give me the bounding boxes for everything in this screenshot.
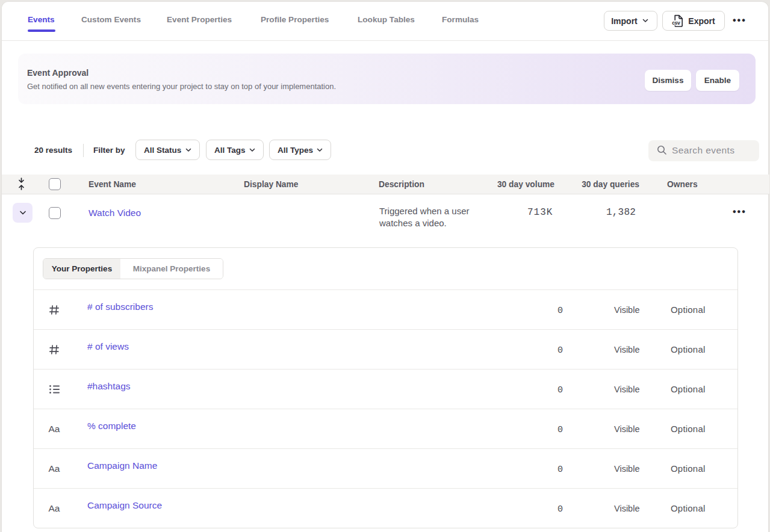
svg-text:csv: csv: [672, 20, 681, 26]
